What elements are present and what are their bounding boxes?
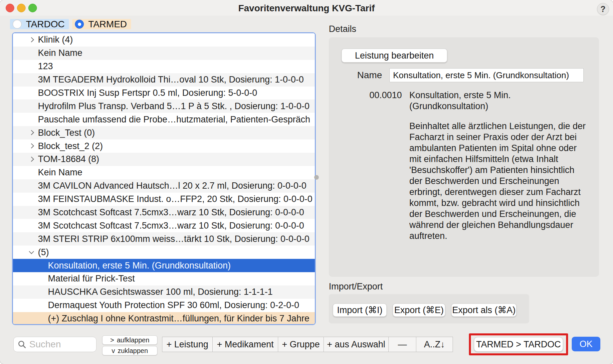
sort-alphabetical-button[interactable]: A..Z↓ bbox=[416, 337, 453, 352]
list-item-label: Material für Prick-Test bbox=[48, 273, 135, 284]
add-service-button[interactable]: + Leistung bbox=[162, 337, 212, 352]
list-item-label: Dermaquest Youth Protection SPF 30 60ml,… bbox=[48, 300, 299, 310]
tariff-option-tardoc[interactable]: TARDOC bbox=[10, 19, 69, 29]
search-icon bbox=[18, 340, 27, 349]
list-item[interactable]: Kein Name bbox=[13, 47, 315, 60]
list-item-label: (+) Zuschlag I ohne Kontrastmit…füllunge… bbox=[48, 313, 309, 324]
scrollbar-thumb[interactable] bbox=[314, 175, 319, 180]
list-item-label: Hydrofilm Plus Transp. Verband 5…1 P à 5… bbox=[38, 101, 309, 111]
list-item-label: 3M TEGADERM Hydrokolloid Thi…oval 10 Stk… bbox=[38, 75, 304, 85]
add-medication-button[interactable]: + Medikament bbox=[212, 337, 278, 352]
list-item-label: Kein Name bbox=[38, 167, 83, 178]
service-code-row: 00.0010 Konsultation, erste 5 Min. (Grun… bbox=[369, 90, 599, 112]
chevron-right-icon[interactable] bbox=[29, 157, 34, 162]
chevron-right-icon[interactable] bbox=[29, 37, 34, 43]
list-item-label: Block_test_2 (2) bbox=[38, 141, 103, 151]
list-item[interactable]: Klinik (4) bbox=[13, 33, 315, 47]
ok-button[interactable]: OK bbox=[572, 337, 600, 351]
toolbar-segmented-control: + Leistung+ Medikament+ Gruppe+ aus Ausw… bbox=[162, 337, 453, 352]
list-item-label: BOOSTRIX Inj Susp Fertspr 0.5 ml, Dosier… bbox=[38, 88, 257, 98]
list-item[interactable]: HAUSCHKA Gesichtswasser 100 ml, Dosierun… bbox=[13, 285, 315, 299]
expand-all-label: aufklappen bbox=[117, 336, 149, 344]
list-item-label: Block_Test (0) bbox=[38, 128, 95, 138]
list-item[interactable]: Block_test_2 (2) bbox=[13, 139, 315, 153]
search-input[interactable] bbox=[29, 339, 86, 350]
import-export-section-label: Import/Export bbox=[329, 281, 383, 292]
tarmed-to-tardoc-button[interactable]: TARMED > TARDOC bbox=[474, 337, 563, 352]
list-item[interactable]: 3M TEGADERM Hydrokolloid Thi…oval 10 Stk… bbox=[13, 73, 315, 87]
list-item-label: 3M STERI STRIP 6x100mm weiss…tärkt 10 St… bbox=[38, 234, 309, 244]
list-item-label: 3M Scotchcast Softcast 7.5cmx3…warz 10 S… bbox=[38, 221, 304, 231]
list-item[interactable]: (5) bbox=[13, 246, 315, 259]
tariff-option-label: TARMED bbox=[88, 19, 127, 30]
chevron-right-icon[interactable] bbox=[29, 130, 34, 135]
remove-button[interactable]: — bbox=[388, 337, 416, 352]
list-item[interactable]: Hydrofilm Plus Transp. Verband 5…1 P à 5… bbox=[13, 99, 315, 113]
chevron-down-icon: v bbox=[111, 347, 115, 355]
annotation-highlight: TARMED > TARDOC bbox=[469, 333, 568, 355]
list-item[interactable]: Kein Name bbox=[13, 166, 315, 179]
list-item[interactable]: Material für Prick-Test bbox=[13, 272, 315, 285]
chevron-right-icon: > bbox=[110, 336, 114, 344]
name-input[interactable] bbox=[389, 68, 584, 82]
list-item[interactable]: 123 bbox=[13, 60, 315, 73]
export-button[interactable]: Export (⌘E) bbox=[393, 303, 445, 317]
list-item[interactable]: 3M CAVILON Advanced Hautsch…l 20 x 2.7 m… bbox=[13, 179, 315, 193]
import-export-buttons: Import (⌘I)Export (⌘E)Export als (⌘A) bbox=[333, 303, 516, 317]
collapse-all-button[interactable]: v zuklappen bbox=[102, 346, 157, 355]
chevron-down-icon[interactable] bbox=[29, 249, 34, 254]
list-item[interactable]: Block_Test (0) bbox=[13, 126, 315, 139]
title-bar: Favoritenverwaltung KVG-Tarif ? bbox=[0, 0, 613, 16]
list-item-label: TOM-18684 (8) bbox=[38, 154, 99, 164]
window-title: Favoritenverwaltung KVG-Tarif bbox=[0, 0, 613, 16]
add-from-selection-button[interactable]: + aus Auswahl bbox=[323, 337, 388, 352]
expand-all-button[interactable]: > aufklappen bbox=[102, 335, 157, 345]
list-item[interactable]: 3M Scotchcast Softcast 7.5cmx3…warz 10 S… bbox=[13, 206, 315, 219]
service-code-title: Konsultation, erste 5 Min. (Grundkonsult… bbox=[409, 90, 591, 112]
import-button[interactable]: Import (⌘I) bbox=[333, 303, 387, 317]
list-item-label: 123 bbox=[38, 61, 53, 72]
list-item[interactable]: 3M Scotchcast Softcast 7.5cmx3…warz 10 S… bbox=[13, 219, 315, 232]
list-item[interactable]: BOOSTRIX Inj Susp Fertspr 0.5 ml, Dosier… bbox=[13, 87, 315, 100]
name-label: Name bbox=[346, 68, 382, 82]
service-description: Beinhaltet alle ärztlichen Leistungen, d… bbox=[409, 121, 597, 242]
tariff-toggle: TARDOCTARMED bbox=[10, 19, 131, 29]
list-item-label: Pauschale umfassend die Probe…hutzmateri… bbox=[38, 114, 310, 125]
list-item-label: Klinik (4) bbox=[38, 35, 73, 45]
edit-service-button[interactable]: Leistung bearbeiten bbox=[341, 49, 447, 63]
search-field[interactable] bbox=[13, 337, 97, 352]
radio-selected-icon[interactable] bbox=[75, 20, 84, 29]
tariff-option-tarmed[interactable]: TARMED bbox=[72, 19, 131, 29]
list-item[interactable]: Konsultation, erste 5 Min. (Grundkonsult… bbox=[13, 259, 315, 272]
collapse-all-label: zuklappen bbox=[117, 347, 148, 355]
export-as-button[interactable]: Export als (⌘A) bbox=[451, 303, 516, 317]
list-item-label: (5) bbox=[38, 247, 49, 258]
list-item-label: 3M CAVILON Advanced Hautsch…l 20 x 2.7 m… bbox=[38, 181, 306, 191]
list-item[interactable]: TOM-18684 (8) bbox=[13, 153, 315, 166]
help-button[interactable]: ? bbox=[597, 3, 609, 15]
service-code: 00.0010 bbox=[369, 90, 400, 112]
list-item-label: HAUSCHKA Gesichtswasser 100 ml, Dosierun… bbox=[48, 287, 273, 297]
add-group-button[interactable]: + Gruppe bbox=[278, 337, 323, 352]
favorites-manager-window: Favoritenverwaltung KVG-Tarif ? TARDOCTA… bbox=[0, 0, 613, 364]
favorites-list-container: Klinik (4)Kein Name1233M TEGADERM Hydrok… bbox=[12, 32, 316, 325]
list-item-label: Kein Name bbox=[38, 48, 83, 58]
list-item-label: 3M Scotchcast Softcast 7.5cmx3…warz 10 S… bbox=[38, 207, 304, 218]
list-item[interactable]: 3M STERI STRIP 6x100mm weiss…tärkt 10 St… bbox=[13, 232, 315, 246]
list-item[interactable]: 3M FEINSTAUBMASKE Indust. o…FFP2, 20 Stk… bbox=[13, 193, 315, 206]
list-item-label: Konsultation, erste 5 Min. (Grundkonsult… bbox=[48, 261, 231, 271]
list-item[interactable]: Pauschale umfassend die Probe…hutzmateri… bbox=[13, 113, 315, 126]
details-section-label: Details bbox=[329, 24, 356, 34]
tariff-option-label: TARDOC bbox=[26, 19, 65, 30]
list-item[interactable]: Dermaquest Youth Protection SPF 30 60ml,… bbox=[13, 299, 315, 312]
list-item[interactable]: (+) Zuschlag I ohne Kontrastmit…füllunge… bbox=[13, 312, 315, 324]
chevron-right-icon[interactable] bbox=[29, 143, 34, 149]
radio-unselected-icon[interactable] bbox=[13, 20, 22, 29]
favorites-list: Klinik (4)Kein Name1233M TEGADERM Hydrok… bbox=[13, 33, 315, 324]
list-item-label: 3M FEINSTAUBMASKE Indust. o…FFP2, 20 Stk… bbox=[38, 194, 312, 204]
